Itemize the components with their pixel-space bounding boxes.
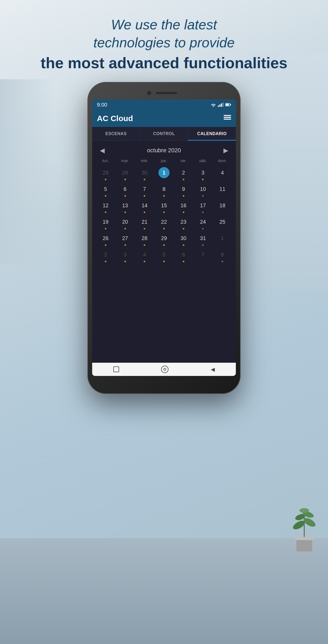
- status-icons: [210, 103, 231, 107]
- calendar-day[interactable]: 6: [115, 182, 135, 198]
- calendar-day[interactable]: 19: [96, 215, 115, 231]
- calendar-day[interactable]: 5: [96, 182, 115, 198]
- calendar-day[interactable]: 12: [96, 198, 115, 215]
- calendar-day[interactable]: 17: [193, 198, 213, 215]
- day-dot: [202, 244, 204, 246]
- calendar-day[interactable]: 4: [213, 165, 232, 182]
- calendar-day[interactable]: 3: [115, 247, 135, 264]
- header-section: We use the latest technologies to provid…: [0, 16, 328, 72]
- day-header-dom: dom.: [213, 157, 232, 164]
- calendar-day[interactable]: 13: [115, 198, 135, 215]
- prev-month-button[interactable]: ◀: [97, 147, 107, 154]
- calendar-day[interactable]: 31: [193, 231, 213, 247]
- calendar-day[interactable]: 23: [174, 215, 193, 231]
- day-dot: [144, 261, 145, 262]
- calendar-day[interactable]: 6: [174, 247, 193, 264]
- wifi-icon: [210, 103, 216, 107]
- day-dot: [144, 179, 145, 180]
- next-month-button[interactable]: ▶: [221, 147, 231, 154]
- day-dot: [124, 179, 126, 180]
- calendar-day[interactable]: 28: [135, 231, 154, 247]
- calendar-day[interactable]: 9: [174, 182, 193, 198]
- calendar-day[interactable]: 15: [154, 198, 174, 215]
- nav-home-button[interactable]: [161, 366, 168, 373]
- day-dot: [183, 244, 184, 246]
- calendar-day[interactable]: 5: [154, 247, 174, 264]
- calendar-day[interactable]: 16: [174, 198, 193, 215]
- nav-back-button[interactable]: ◀: [211, 366, 215, 372]
- calendar-day[interactable]: 30: [135, 165, 154, 182]
- day-dot: [124, 211, 126, 213]
- day-dot: [163, 179, 165, 180]
- tab-control[interactable]: CONTROL: [140, 127, 188, 141]
- calendar-day[interactable]: 8: [154, 182, 174, 198]
- app-title: AC Cloud: [97, 114, 133, 123]
- status-bar: 9:00: [92, 99, 236, 110]
- day-dot: [163, 195, 165, 197]
- calendar-day[interactable]: 8: [213, 247, 232, 264]
- phone-screen: 9:00: [92, 99, 236, 376]
- tabs-bar: ESCENAS CONTROL CALENDARIO: [92, 127, 236, 141]
- calendar-day[interactable]: 27: [115, 231, 135, 247]
- calendar-day[interactable]: 30: [174, 231, 193, 247]
- day-header-jue: jue.: [154, 157, 174, 164]
- day-dot: [163, 211, 165, 213]
- day-dot: [144, 228, 145, 229]
- calendar-day[interactable]: 20: [115, 215, 135, 231]
- tab-escenas[interactable]: ESCENAS: [92, 127, 140, 141]
- calendar-day[interactable]: 21: [135, 215, 154, 231]
- calendar-day[interactable]: 29: [115, 165, 135, 182]
- day-header-lun: lun.: [96, 157, 115, 164]
- calendar-day[interactable]: 3: [193, 165, 213, 182]
- day-dot: [163, 228, 165, 229]
- calendar-day[interactable]: 18: [213, 198, 232, 215]
- day-dot: [105, 195, 106, 197]
- calendar-day[interactable]: 10: [193, 182, 213, 198]
- calendar-day[interactable]: 4: [135, 247, 154, 264]
- calendar-day[interactable]: 25: [213, 215, 232, 231]
- menu-icon[interactable]: [224, 114, 231, 123]
- calendar-day[interactable]: 28: [96, 165, 115, 182]
- day-dot: [183, 179, 184, 180]
- day-dot: [144, 244, 145, 246]
- day-dot: [144, 195, 145, 197]
- day-dot: [105, 211, 106, 213]
- day-dot: [163, 261, 165, 262]
- calendar-day[interactable]: 22: [154, 215, 174, 231]
- calendar-grid: 2829301234567891011121314151617181920212…: [95, 165, 233, 363]
- svg-point-7: [299, 508, 309, 513]
- svg-rect-11: [224, 115, 231, 116]
- tab-calendario[interactable]: CALENDARIO: [188, 127, 236, 141]
- day-dot: [202, 261, 204, 262]
- day-dot: [183, 261, 184, 262]
- nav-square-button[interactable]: [113, 366, 119, 372]
- bg-wall: [249, 53, 328, 291]
- svg-rect-10: [230, 104, 231, 105]
- calendar-day[interactable]: 11: [213, 182, 232, 198]
- bg-plant: [288, 499, 320, 551]
- svg-rect-1: [295, 537, 313, 540]
- calendar-day[interactable]: 7: [135, 182, 154, 198]
- day-dot: [222, 195, 223, 197]
- calendar-day[interactable]: 14: [135, 198, 154, 215]
- calendar-day[interactable]: 1: [213, 231, 232, 247]
- day-header-mar: mar.: [115, 157, 135, 164]
- calendar-day[interactable]: 24: [193, 215, 213, 231]
- day-dot: [202, 211, 204, 213]
- calendar-day[interactable]: 26: [96, 231, 115, 247]
- day-dot: [124, 228, 126, 229]
- day-dot: [222, 211, 223, 213]
- day-dot: [183, 211, 184, 213]
- calendar-day[interactable]: 29: [154, 231, 174, 247]
- signal-icon: [218, 103, 224, 107]
- calendar-day[interactable]: 2: [174, 165, 193, 182]
- calendar-day[interactable]: 1: [154, 165, 174, 182]
- calendar-day[interactable]: 2: [96, 247, 115, 264]
- calendar-day[interactable]: 7: [193, 247, 213, 264]
- camera-lens: [147, 91, 152, 95]
- header-line3: the most advanced functionalities: [16, 54, 312, 72]
- speaker-grille: [156, 92, 177, 94]
- day-dot: [105, 261, 106, 262]
- phone-top-bar: [92, 87, 236, 99]
- bg-floor: [0, 538, 328, 644]
